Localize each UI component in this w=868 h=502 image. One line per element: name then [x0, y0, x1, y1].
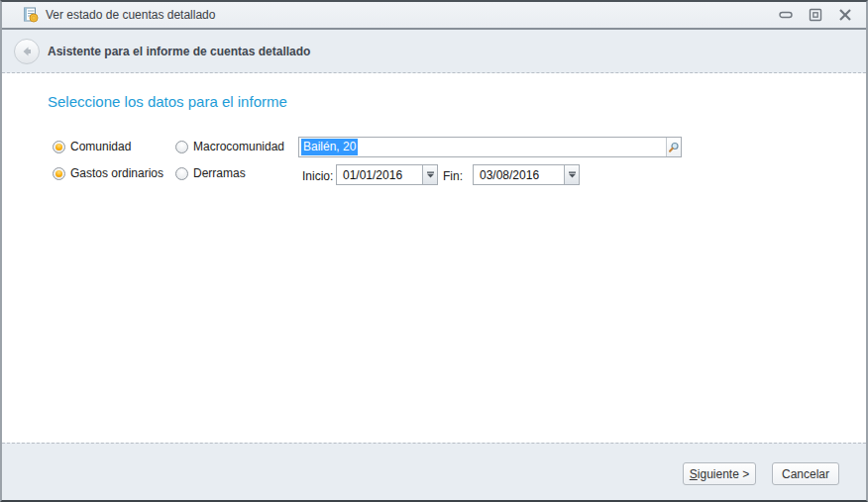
radio-derramas[interactable]: Derramas [175, 166, 246, 180]
close-icon [838, 8, 852, 22]
maximize-icon [809, 8, 822, 22]
minimize-button[interactable] [778, 7, 794, 23]
content-area: Seleccione los datos para el informe Com… [2, 75, 866, 443]
radio-label: Macrocomunidad [193, 140, 284, 153]
radio-comunidad[interactable]: Comunidad [53, 140, 131, 153]
community-search-input[interactable]: Bailén, 20 [298, 137, 682, 157]
next-button-mnemonic: S [690, 467, 698, 481]
end-date-field[interactable]: 03/08/2016 [473, 164, 580, 185]
end-date-dropdown-button[interactable] [564, 165, 579, 184]
start-date-field[interactable]: 01/01/2016 [336, 164, 438, 185]
start-date-value: 01/01/2016 [337, 168, 422, 182]
minimize-icon [779, 8, 793, 22]
next-button-label: iguiente > [698, 467, 749, 481]
radio-selected-icon [53, 167, 65, 180]
chevron-down-icon [427, 171, 434, 178]
title-bar: Ver estado de cuentas detallado [2, 2, 866, 30]
start-date-dropdown-button[interactable] [422, 165, 437, 184]
ledger-coin-icon [23, 7, 39, 23]
maximize-button[interactable] [808, 7, 823, 23]
dialog-footer: Siguiente > Cancelar [2, 443, 866, 500]
wizard-title: Asistente para el informe de cuentas det… [48, 45, 310, 58]
dialog-window: Ver estado de cuentas detallado [0, 0, 868, 502]
window-controls [778, 7, 866, 23]
next-button[interactable]: Siguiente > [683, 462, 756, 485]
search-icon [668, 142, 680, 153]
close-button[interactable] [837, 7, 853, 23]
wizard-header: Asistente para el informe de cuentas det… [2, 30, 866, 73]
form-heading: Seleccione los datos para el informe [48, 93, 287, 110]
chevron-down-icon [569, 171, 576, 178]
radio-gastos-ordinarios[interactable]: Gastos ordinarios [53, 166, 163, 180]
end-date-label: Fin: [443, 169, 463, 183]
radio-unselected-icon [175, 141, 188, 153]
end-date-value: 03/08/2016 [474, 168, 564, 182]
search-input-value: Bailén, 20 [301, 139, 358, 155]
radio-macrocomunidad[interactable]: Macrocomunidad [175, 140, 284, 153]
radio-label: Derramas [193, 166, 246, 180]
window-title: Ver estado de cuentas detallado [46, 8, 215, 22]
back-arrow-icon [20, 45, 34, 58]
search-button[interactable] [666, 138, 681, 156]
radio-selected-icon [53, 141, 65, 153]
start-date-label: Inicio: [302, 169, 333, 183]
radio-label: Comunidad [70, 140, 131, 153]
cancel-button[interactable]: Cancelar [772, 462, 839, 485]
radio-unselected-icon [175, 167, 188, 180]
back-button[interactable] [14, 39, 40, 64]
radio-label: Gastos ordinarios [70, 166, 163, 180]
